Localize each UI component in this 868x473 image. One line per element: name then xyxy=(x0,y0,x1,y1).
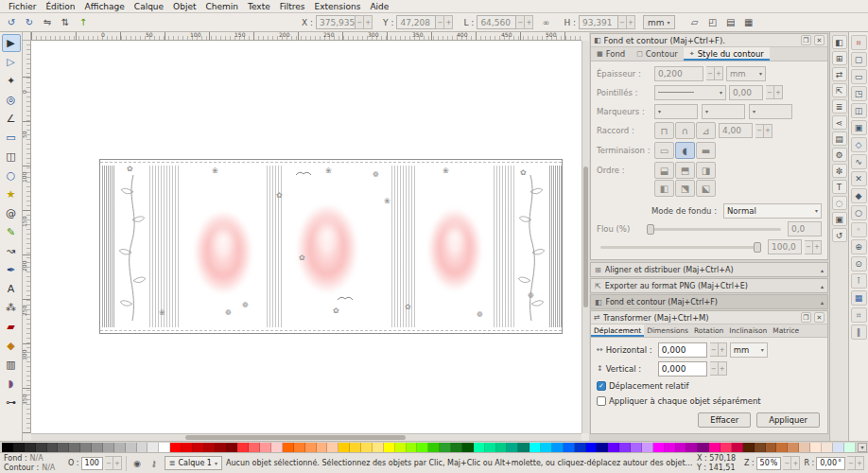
x-input[interactable]: 375,935 xyxy=(316,15,356,29)
snap-enable-icon[interactable]: ⌗ xyxy=(851,35,867,50)
y-input[interactable]: 47,208 xyxy=(396,15,436,29)
miter-limit-input[interactable]: 4,00 xyxy=(719,123,753,138)
palette-swatch[interactable] xyxy=(451,443,462,452)
palette-swatch[interactable] xyxy=(305,443,317,452)
snap-bbox-edges-icon[interactable]: ▭ xyxy=(851,69,867,84)
blur-slider-knob[interactable] xyxy=(647,224,654,235)
affect-gradients-icon[interactable]: ▤ xyxy=(722,15,739,30)
spray-tool-icon[interactable]: ⁂ xyxy=(2,299,21,317)
cap-round-icon[interactable]: ◖ xyxy=(675,142,695,159)
zoom-tool-icon[interactable]: ◎ xyxy=(2,91,21,109)
snap-bbox-icon[interactable]: ▢ xyxy=(851,52,867,67)
eraser-tool-icon[interactable]: ▰ xyxy=(2,318,21,336)
palette-swatch[interactable] xyxy=(126,443,137,452)
rectangle-tool-icon[interactable]: ▭ xyxy=(2,129,21,147)
dialog-preferences-icon[interactable]: ⚙ xyxy=(832,148,847,162)
palette-swatch[interactable] xyxy=(788,443,799,452)
increment-icon[interactable]: + xyxy=(525,15,533,29)
join-bevel-icon[interactable]: ⊿ xyxy=(696,122,716,139)
vertical-scrollbar[interactable] xyxy=(582,41,589,433)
move-unit-dropdown[interactable]: mm▾ xyxy=(730,342,768,358)
palette-swatch[interactable] xyxy=(193,443,204,452)
palette-swatch[interactable] xyxy=(327,443,339,452)
gradient-tool-icon[interactable]: ▥ xyxy=(2,356,21,374)
palette-swatch[interactable] xyxy=(58,443,69,452)
palette-swatch[interactable] xyxy=(776,443,788,452)
ellipse-tool-icon[interactable]: ○ xyxy=(2,166,21,184)
palette-swatch[interactable] xyxy=(271,443,283,452)
palette-swatch[interactable] xyxy=(407,443,418,452)
marker-start-dropdown[interactable]: ▾ xyxy=(654,104,698,119)
increment-icon[interactable]: + xyxy=(791,456,800,470)
spiral-tool-icon[interactable]: @ xyxy=(2,204,21,222)
dialog-export-icon[interactable]: ⇱ xyxy=(832,83,847,97)
dialog-transform-icon[interactable]: ⇄ xyxy=(832,67,847,81)
pencil-tool-icon[interactable]: ✎ xyxy=(2,223,21,241)
cap-butt-icon[interactable]: ▭ xyxy=(654,142,674,159)
palette-swatch[interactable] xyxy=(485,443,496,452)
rotate-ccw-icon[interactable]: ↺ xyxy=(3,15,20,30)
expand-icon[interactable]: ▴ xyxy=(821,267,824,273)
dialog-xml-icon[interactable]: ⋖ xyxy=(832,115,847,130)
tab-contour[interactable]: □Contour xyxy=(631,47,684,61)
rotation-field[interactable]: 0,00° xyxy=(816,457,845,470)
snap-cusp-nodes-icon[interactable]: ◆ xyxy=(851,188,867,203)
width-input[interactable]: 64,560 xyxy=(477,15,516,29)
snap-rotation-centers-icon[interactable]: ⊙ xyxy=(851,256,867,272)
palette-swatch[interactable] xyxy=(417,443,428,452)
text-tool-icon[interactable]: A xyxy=(2,280,21,298)
palette-swatch[interactable] xyxy=(608,443,619,452)
flip-horizontal-icon[interactable]: ⇋ xyxy=(39,15,56,30)
paint-order-5-icon[interactable]: ⬔ xyxy=(675,180,695,197)
snap-bbox-edge-midpoints-icon[interactable]: ◫ xyxy=(851,103,867,118)
palette-swatch[interactable] xyxy=(373,443,384,452)
palette-swatch[interactable] xyxy=(462,443,474,452)
palette-swatch[interactable] xyxy=(755,443,766,452)
palette-swatch[interactable] xyxy=(586,443,598,452)
dialog-layers-icon[interactable]: ≣ xyxy=(832,99,847,114)
palette-swatch[interactable] xyxy=(2,443,13,452)
horizontal-scrollbar[interactable] xyxy=(31,433,582,441)
menu-fichier[interactable]: Fichier xyxy=(4,1,41,12)
bezier-tool-icon[interactable]: ↝ xyxy=(2,242,21,260)
increment-icon[interactable]: + xyxy=(764,124,773,138)
expand-icon[interactable]: ▴ xyxy=(821,283,824,289)
menu-edition[interactable]: Édition xyxy=(41,1,79,12)
decrement-icon[interactable]: − xyxy=(356,15,364,29)
menu-texte[interactable]: Texte xyxy=(243,1,275,12)
affect-corners-icon[interactable]: ◰ xyxy=(704,15,721,30)
dropper-tool-icon[interactable]: ◗ xyxy=(2,375,21,393)
layer-selector[interactable]: ≣ Calque 1 ▾ xyxy=(165,456,222,470)
palette-swatch[interactable] xyxy=(103,443,114,452)
decrement-icon[interactable]: − xyxy=(105,456,113,470)
decrement-icon[interactable]: − xyxy=(710,342,719,357)
affect-stroke-width-icon[interactable]: ▱ xyxy=(686,15,703,30)
palette-swatch[interactable] xyxy=(732,443,743,452)
dash-pattern-dropdown[interactable]: ▾ xyxy=(654,85,726,100)
palette-swatch[interactable] xyxy=(743,443,755,452)
palette-swatch[interactable] xyxy=(799,443,810,452)
paint-order-1-icon[interactable]: ⬓ xyxy=(654,162,674,179)
join-round-icon[interactable]: ∩ xyxy=(675,122,695,139)
horizontal-ruler[interactable]: 050100150200250300350400450500 xyxy=(31,32,582,41)
snap-path-intersections-icon[interactable]: ✕ xyxy=(851,171,867,186)
palette-swatch[interactable] xyxy=(518,443,529,452)
box3d-tool-icon[interactable]: ◫ xyxy=(2,148,21,166)
dialog-document-properties-icon[interactable]: ▤ xyxy=(832,131,847,146)
increment-icon[interactable]: + xyxy=(813,240,822,254)
palette-swatch[interactable] xyxy=(350,443,361,452)
dialog-text-icon[interactable]: T xyxy=(832,180,847,194)
star-tool-icon[interactable]: ★ xyxy=(2,185,21,203)
tab-dimensions[interactable]: Dimensions xyxy=(644,324,691,337)
palette-swatch[interactable] xyxy=(25,443,36,452)
opacity-slider-knob[interactable] xyxy=(754,242,761,253)
calligraphy-tool-icon[interactable]: ✒ xyxy=(2,261,21,279)
palette-swatch[interactable] xyxy=(317,443,328,452)
measure-tool-icon[interactable]: ∠ xyxy=(2,110,21,128)
palette-swatch[interactable] xyxy=(47,443,59,452)
dialog-object-properties-icon[interactable]: ▣ xyxy=(832,212,847,226)
increment-icon[interactable]: + xyxy=(715,66,723,80)
tab-rotation[interactable]: Rotation xyxy=(691,324,726,337)
palette-swatch[interactable] xyxy=(833,443,844,452)
panel-close-icon[interactable]: ✕ xyxy=(814,35,825,45)
